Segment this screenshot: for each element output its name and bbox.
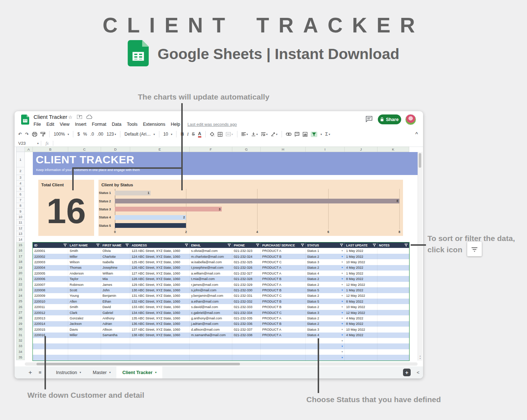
- table-cell[interactable]: Mia: [101, 276, 130, 281]
- table-cell[interactable]: Status 2▾: [306, 321, 345, 327]
- table-cell[interactable]: Robinson: [68, 282, 101, 287]
- table-cell[interactable]: Miller: [68, 332, 101, 338]
- table-cell[interactable]: Scott: [68, 287, 101, 293]
- column-header-B[interactable]: B: [33, 147, 68, 152]
- table-cell[interactable]: 021-232-327: [232, 271, 261, 276]
- table-cell[interactable]: PRODUCT B: [261, 287, 306, 293]
- table-cell[interactable]: [377, 332, 409, 338]
- font-size-select[interactable]: 10 ▾: [163, 132, 173, 137]
- table-cell[interactable]: [232, 338, 261, 343]
- table-cell[interactable]: Status 2▾: [306, 265, 345, 271]
- status-dropdown-icon[interactable]: ▾: [341, 266, 343, 269]
- row-header-13[interactable]: 13: [16, 231, 25, 237]
- filter-views-caret[interactable]: ▾: [321, 133, 322, 136]
- table-cell[interactable]: 125 ABC Street, XYZ State, 1060: [130, 259, 190, 265]
- row-header-20[interactable]: 20: [16, 271, 25, 276]
- functions-button[interactable]: Σ▾: [325, 132, 330, 137]
- table-cell[interactable]: 4 May 2022: [345, 315, 377, 321]
- table-cell[interactable]: 132 ABC Street, XYZ State, 1060: [130, 299, 190, 304]
- table-cell[interactable]: 131 ABC Street, XYZ State, 1060: [130, 293, 190, 299]
- row-header-9[interactable]: 9: [16, 209, 25, 214]
- table-cell[interactable]: [345, 349, 377, 355]
- table-cell[interactable]: m.samantha@mail.com: [190, 332, 232, 338]
- table-cell[interactable]: PRODUCT B: [261, 304, 306, 310]
- table-cell[interactable]: s.david@mail.com: [190, 304, 232, 310]
- row-header-19[interactable]: 19: [16, 265, 25, 271]
- menu-item-tools[interactable]: Tools: [127, 122, 137, 127]
- table-cell[interactable]: Josephine: [101, 265, 130, 271]
- table-cell[interactable]: [130, 349, 190, 355]
- table-header-cell[interactable]: STATUS: [306, 242, 345, 248]
- status-dropdown-icon[interactable]: ▾: [341, 345, 343, 348]
- table-cell[interactable]: a.william@mail.com: [190, 271, 232, 276]
- table-header-cell[interactable]: LAST UPDATE: [345, 242, 377, 248]
- table-cell[interactable]: s.olivia@mail.com: [190, 248, 232, 253]
- table-cell[interactable]: 220010: [33, 299, 68, 304]
- table-cell[interactable]: Ethan: [101, 299, 130, 304]
- column-header-J[interactable]: J: [345, 147, 377, 152]
- table-cell[interactable]: [130, 338, 190, 343]
- table-cell[interactable]: [33, 338, 68, 343]
- table-cell[interactable]: PRODUCT A: [261, 282, 306, 287]
- table-cell[interactable]: 127 ABC Street, XYZ State, 1060: [130, 271, 190, 276]
- table-cell[interactable]: [377, 287, 409, 293]
- table-header-cell[interactable]: FIRST NAME: [101, 242, 130, 248]
- table-cell[interactable]: Young: [68, 293, 101, 299]
- row-header-4[interactable]: 4: [16, 180, 25, 186]
- table-cell[interactable]: [232, 355, 261, 360]
- table-cell[interactable]: [101, 349, 130, 355]
- decrease-decimal-button[interactable]: .0: [90, 132, 94, 137]
- number-format-button[interactable]: 123▾: [106, 132, 116, 137]
- table-cell[interactable]: 021-232-323: [232, 248, 261, 253]
- create-filter-icon[interactable]: [311, 132, 317, 137]
- table-cell[interactable]: PRODUCT B: [261, 276, 306, 281]
- table-cell[interactable]: r.james@mail.com: [190, 282, 232, 287]
- row-header-27[interactable]: 27: [16, 310, 25, 315]
- row-header-26[interactable]: 26: [16, 304, 25, 310]
- table-cell[interactable]: [101, 355, 130, 360]
- italic-button[interactable]: I: [187, 132, 189, 137]
- insert-comment-icon[interactable]: [295, 132, 299, 136]
- table-cell[interactable]: 8 May 2022: [345, 276, 377, 281]
- sheet-tab-client-tracker[interactable]: Client Tracker▾: [116, 366, 162, 378]
- table-cell[interactable]: 1 May 2022: [345, 254, 377, 259]
- table-cell[interactable]: [130, 355, 190, 360]
- cloud-status-icon[interactable]: [86, 114, 92, 120]
- sheets-logo-icon[interactable]: [21, 114, 29, 127]
- table-cell[interactable]: Status 2▾: [306, 315, 345, 321]
- print-icon[interactable]: [32, 132, 37, 137]
- horizontal-scrollbar[interactable]: [25, 362, 418, 366]
- status-dropdown-icon[interactable]: ▾: [341, 350, 343, 353]
- menu-item-view[interactable]: View: [60, 122, 70, 127]
- row-header-23[interactable]: 23: [16, 287, 25, 293]
- table-cell[interactable]: [68, 349, 101, 355]
- table-cell[interactable]: Adrian: [101, 321, 130, 327]
- table-cell[interactable]: [232, 349, 261, 355]
- table-cell[interactable]: [377, 315, 409, 321]
- table-cell[interactable]: 220008: [33, 287, 68, 293]
- doc-title[interactable]: Client Tracker: [34, 114, 67, 120]
- text-rotation-icon[interactable]: ▾: [271, 132, 278, 136]
- column-header-E[interactable]: E: [130, 147, 190, 152]
- table-cell[interactable]: 220014: [33, 321, 68, 327]
- table-cell[interactable]: Status 2▾: [306, 254, 345, 259]
- table-cell[interactable]: PRODUCT B: [261, 321, 306, 327]
- table-cell[interactable]: [377, 271, 409, 276]
- increase-decimal-button[interactable]: .00: [97, 132, 104, 137]
- table-cell[interactable]: [345, 343, 377, 349]
- table-cell[interactable]: Jackson: [68, 321, 101, 327]
- status-dropdown-icon[interactable]: ▾: [341, 311, 343, 314]
- column-header-C[interactable]: C: [68, 147, 101, 152]
- table-cell[interactable]: [261, 355, 306, 360]
- table-cell[interactable]: Smith: [68, 248, 101, 253]
- table-cell[interactable]: Miller: [68, 254, 101, 259]
- table-cell[interactable]: 124 ABC Street, XYZ State, 1060: [130, 254, 190, 259]
- table-cell[interactable]: 021-232-331: [232, 293, 261, 299]
- table-cell[interactable]: [377, 343, 409, 349]
- row-header-35[interactable]: 35: [16, 355, 25, 360]
- table-cell[interactable]: 021-232-324: [232, 254, 261, 259]
- row-header-29[interactable]: 29: [16, 321, 25, 327]
- table-cell[interactable]: 1 May 2022: [345, 271, 377, 276]
- table-cell[interactable]: 220012: [33, 310, 68, 315]
- share-button[interactable]: Share: [378, 114, 401, 124]
